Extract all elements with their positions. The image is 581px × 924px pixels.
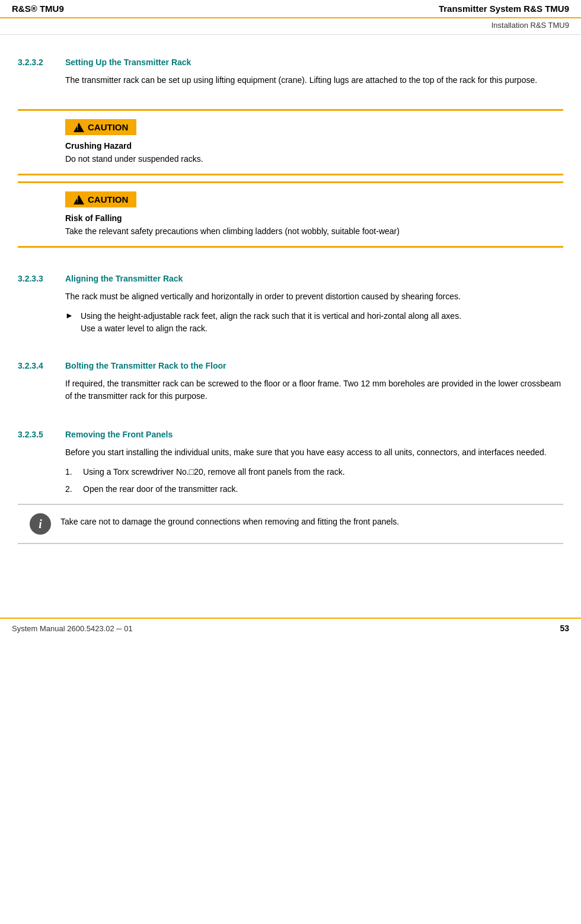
section-3234-body: If required, the transmitter rack can be…: [65, 378, 563, 402]
section-3235-body: Before you start installing the individu…: [65, 446, 563, 459]
list-item-1-text: Using a Torx screwdriver No.□20, remove …: [83, 466, 345, 478]
section-3233-title: Aligning the Transmitter Rack: [65, 274, 183, 283]
caution-triangle-icon-2: [74, 195, 84, 204]
section-3234-heading: 3.2.3.4 Bolting the Transmitter Rack to …: [18, 361, 563, 370]
subheader: Installation R&S TMU9: [0, 18, 581, 35]
section-3235-list: 1. Using a Torx screwdriver No.□20, remo…: [65, 466, 563, 495]
section-3233-body: The rack must be aligned vertically and …: [65, 290, 563, 303]
section-3234-title: Bolting the Transmitter Rack to the Floo…: [65, 361, 226, 370]
caution-label-1: CAUTION: [88, 122, 128, 132]
caution-badge-1: CAUTION: [65, 119, 136, 135]
section-3232-body: The transmitter rack can be set up using…: [65, 74, 563, 87]
section-3232-title: Setting Up the Transmitter Rack: [65, 57, 191, 67]
note-box: i Take care not to damage the ground con…: [18, 504, 563, 544]
caution-2-hazard-title: Risk of Falling: [65, 213, 551, 223]
footer-manual: System Manual 2600.5423.02 ─ 01: [12, 624, 133, 633]
section-3233-number: 3.2.3.3: [18, 274, 53, 283]
section-3232-heading: 3.2.3.2 Setting Up the Transmitter Rack: [18, 57, 563, 67]
footer-page-number: 53: [560, 624, 569, 633]
section-3235-number: 3.2.3.5: [18, 430, 53, 439]
section-3233-bullet-text: Using the height-adjustable rack feet, a…: [81, 310, 461, 335]
arrow-icon-1: ►: [65, 311, 75, 320]
section-3232-number: 3.2.3.2: [18, 57, 53, 67]
caution-triangle-icon-1: [74, 123, 84, 132]
list-item-2-text: Open the rear door of the transmitter ra…: [83, 483, 238, 495]
list-item-2: 2. Open the rear door of the transmitter…: [65, 483, 563, 495]
caution-falling: CAUTION Risk of Falling Take the relevan…: [18, 181, 563, 248]
page-header: R&S® TMU9 Transmitter System R&S TMU9: [0, 0, 581, 18]
list-item-1: 1. Using a Torx screwdriver No.□20, remo…: [65, 466, 563, 478]
section-3233-bullet-1: ► Using the height-adjustable rack feet,…: [65, 310, 563, 335]
caution-crushing: CAUTION Crushing Hazard Do not stand und…: [18, 109, 563, 175]
caution-2-hazard-text: Take the relevant safety precautions whe…: [65, 225, 551, 238]
page-footer: System Manual 2600.5423.02 ─ 01 53: [0, 618, 581, 638]
caution-1-hazard-title: Crushing Hazard: [65, 141, 551, 151]
header-product: R&S® TMU9: [12, 4, 64, 14]
section-3233-heading: 3.2.3.3 Aligning the Transmitter Rack: [18, 274, 563, 283]
note-icon: i: [30, 513, 51, 535]
subheader-text: Installation R&S TMU9: [491, 21, 569, 30]
section-3235-heading: 3.2.3.5 Removing the Front Panels: [18, 430, 563, 439]
section-3234-number: 3.2.3.4: [18, 361, 53, 370]
caution-1-hazard-text: Do not stand under suspended racks.: [65, 153, 551, 165]
note-text: Take care not to damage the ground conne…: [60, 513, 399, 528]
list-num-1: 1.: [65, 466, 77, 478]
caution-badge-2: CAUTION: [65, 191, 136, 207]
list-num-2: 2.: [65, 483, 77, 495]
section-3235-title: Removing the Front Panels: [65, 430, 173, 439]
main-content: 3.2.3.2 Setting Up the Transmitter Rack …: [0, 35, 581, 600]
header-title: Transmitter System R&S TMU9: [439, 4, 569, 14]
caution-label-2: CAUTION: [88, 194, 128, 204]
